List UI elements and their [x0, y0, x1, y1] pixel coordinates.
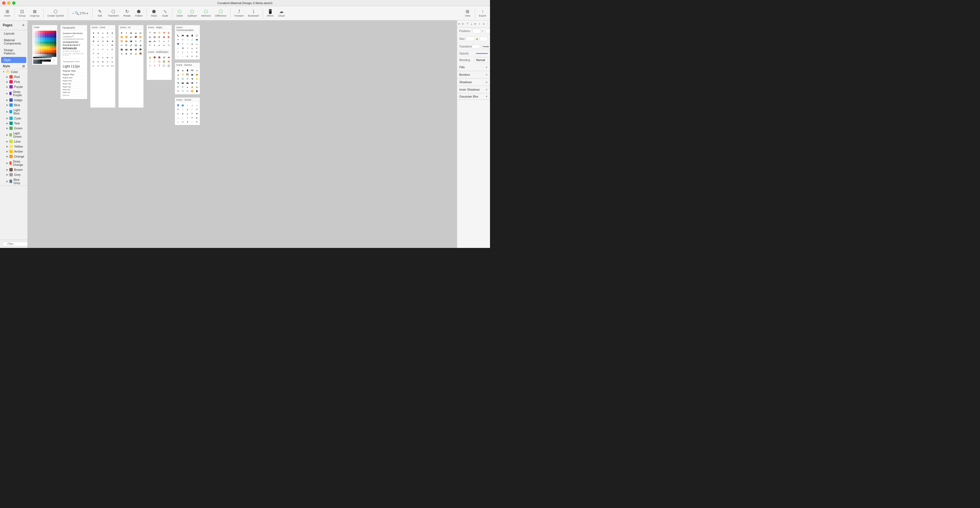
opacity-label: Opacity	[459, 52, 476, 55]
distribute-v-button[interactable]: ⋮	[486, 22, 490, 26]
subtract-button[interactable]: ⬡ Subtract	[186, 8, 199, 18]
tree-item-deep-orange[interactable]: ▶ Deep Orange	[1, 159, 27, 167]
inner-shadows-section-header[interactable]: Inner Shadows +	[457, 86, 490, 94]
add-fill-button[interactable]: +	[485, 65, 488, 69]
icon-cell: 🧭	[158, 31, 161, 35]
tree-item-blue[interactable]: ▶ Blue	[1, 102, 27, 108]
tree-item-pink[interactable]: ▶ Pink	[1, 79, 27, 84]
distribute-h-button[interactable]: ≡	[482, 22, 485, 26]
create-symbol-button[interactable]: ⬡ Create Symbol	[46, 8, 66, 18]
scale-button[interactable]: ⤡ Scale	[160, 8, 170, 18]
sidebar-item-design-patterns[interactable]: Design Patterns	[1, 47, 26, 56]
tree-item-cyan[interactable]: ▶ Cyan	[1, 116, 27, 121]
transform-button[interactable]: ⬡ Transform	[106, 8, 121, 18]
canvas-area[interactable]: Color Typography Quantum Mechanics 6.626…	[28, 21, 457, 248]
expand-icon: ▶	[6, 92, 8, 95]
intersect-button[interactable]: ⬡ Intersect	[199, 8, 213, 18]
ts-item-reg12: Regular 12px	[63, 94, 85, 97]
minimize-button[interactable]	[7, 2, 11, 5]
group-button[interactable]: ⊡ Group	[17, 8, 27, 18]
align-left-button[interactable]: ⊨	[458, 22, 461, 26]
sidebar-item-material-components[interactable]: Material Components	[1, 37, 26, 46]
tree-item-red[interactable]: ▶ Red	[1, 74, 27, 79]
mirror-button[interactable]: 📱 Mirror	[265, 8, 275, 18]
height-input[interactable]	[479, 37, 488, 41]
align-center-h-button[interactable]: ⊩	[462, 22, 465, 26]
tree-item-light-blue[interactable]: ▶ Light Blue	[1, 108, 27, 116]
close-button[interactable]	[2, 2, 6, 5]
insert-button[interactable]: ⊞ Insert	[2, 8, 12, 18]
add-inner-shadow-button[interactable]: +	[485, 88, 488, 92]
zoom-in-button[interactable]: +	[86, 11, 88, 16]
tree-item-amber[interactable]: ▶ Amber	[1, 149, 27, 154]
tree-item-grey[interactable]: ▶ Grey	[1, 172, 27, 177]
forward-button[interactable]: ⤴ Forward	[233, 8, 245, 18]
tree-item-orange[interactable]: ▶ Orange	[1, 154, 27, 159]
export-button[interactable]: ↑ Export	[477, 8, 488, 18]
cloud-button[interactable]: ☁ Cloud	[276, 8, 286, 18]
tree-item-brown[interactable]: ▶ Brown	[1, 167, 27, 172]
icons-maps-header: Icons : Maps	[147, 25, 172, 30]
backward-button[interactable]: ⤵ Backward	[246, 8, 261, 18]
opacity-slider[interactable]	[476, 53, 488, 54]
icon-cell: →	[92, 56, 95, 59]
color-cell	[49, 57, 52, 58]
difference-button[interactable]: ⬡ Difference	[213, 8, 228, 18]
rotate-button[interactable]: Rotate	[481, 45, 490, 49]
borders-section-header[interactable]: Borders +	[457, 71, 490, 78]
align-center-v-button[interactable]: ⊥	[470, 22, 473, 26]
icon-cell: 📫	[176, 42, 180, 46]
align-bottom-button[interactable]: ⊦	[478, 22, 481, 26]
union-button[interactable]: ⬡ Union	[175, 8, 185, 18]
tree-item-deep-purple[interactable]: ▶ Deep Purple	[1, 89, 27, 97]
mask-button[interactable]: ⬟ Mask	[149, 8, 159, 18]
add-page-button[interactable]: +	[22, 23, 25, 28]
y-input[interactable]	[485, 29, 490, 33]
align-top-button[interactable]: ⊤	[466, 22, 469, 26]
filter-input[interactable]	[2, 242, 28, 246]
tree-item-lime[interactable]: ▶ Lime	[1, 139, 27, 144]
icon-cell: □	[176, 116, 180, 119]
rotate-button[interactable]: ↻ Rotate	[122, 8, 132, 18]
tree-item-teal[interactable]: ▶ Teal	[1, 121, 27, 126]
edit-button[interactable]: ✎ Edit	[95, 8, 105, 18]
tree-item-yellow[interactable]: ▶ Yellow	[1, 144, 27, 149]
gaussian-blur-toggle[interactable]: ▼	[485, 95, 488, 98]
add-shadow-button[interactable]: +	[485, 80, 488, 84]
color-artboard: Color	[32, 25, 57, 65]
rotate-input[interactable]	[472, 44, 480, 49]
tree-item-light-green[interactable]: ▶ Light Green	[1, 131, 27, 139]
color-cell	[52, 56, 54, 57]
tree-item-purple[interactable]: ▶ Purple	[1, 84, 27, 89]
width-input[interactable]	[466, 37, 474, 41]
tree-item-blue-grey[interactable]: ▶ Blue Grey	[1, 177, 27, 185]
icon-cell: 👤	[176, 104, 180, 107]
shadows-section-header[interactable]: Shadows +	[457, 78, 490, 86]
sidebar-item-style[interactable]: Style	[1, 57, 26, 63]
color-cell	[33, 57, 35, 58]
view-button[interactable]: ⊞ View	[463, 8, 473, 18]
zoom-out-button[interactable]: −	[72, 11, 74, 16]
icon-cell: ⏹	[129, 31, 133, 35]
align-right-button[interactable]: ⊫	[474, 22, 477, 26]
tree-item-green[interactable]: ▶ Green	[1, 126, 27, 131]
color-swatch-green	[10, 127, 13, 130]
x-input[interactable]	[473, 29, 481, 33]
gaussian-blur-section-header[interactable]: Gaussian Blur ▼	[457, 94, 490, 100]
icon-cell: 🎬	[120, 48, 123, 51]
sidebar-item-layouts[interactable]: Layouts	[1, 30, 26, 37]
icon-cell: 📍	[148, 31, 151, 35]
size-wh: 🔒	[466, 37, 488, 41]
tree-item-indigo[interactable]: ▶ Indigo	[1, 97, 27, 102]
icon-cell: 📷	[125, 48, 128, 51]
icon-cell: ◇	[106, 35, 109, 39]
flatten-button[interactable]: ⬢ Flatten	[134, 8, 145, 18]
maximize-button[interactable]	[12, 2, 16, 5]
tree-item-color[interactable]: ▼ 📁 Color	[1, 69, 27, 74]
fills-section-header[interactable]: Fills +	[457, 64, 490, 71]
blending-select[interactable]: Normal	[475, 58, 488, 62]
ungroup-button[interactable]: ⊠ Ungroup	[28, 8, 41, 18]
add-border-button[interactable]: +	[485, 72, 488, 77]
icon-cell: ⌨	[191, 69, 194, 72]
style-section-header[interactable]: Style ⊡	[0, 63, 27, 69]
